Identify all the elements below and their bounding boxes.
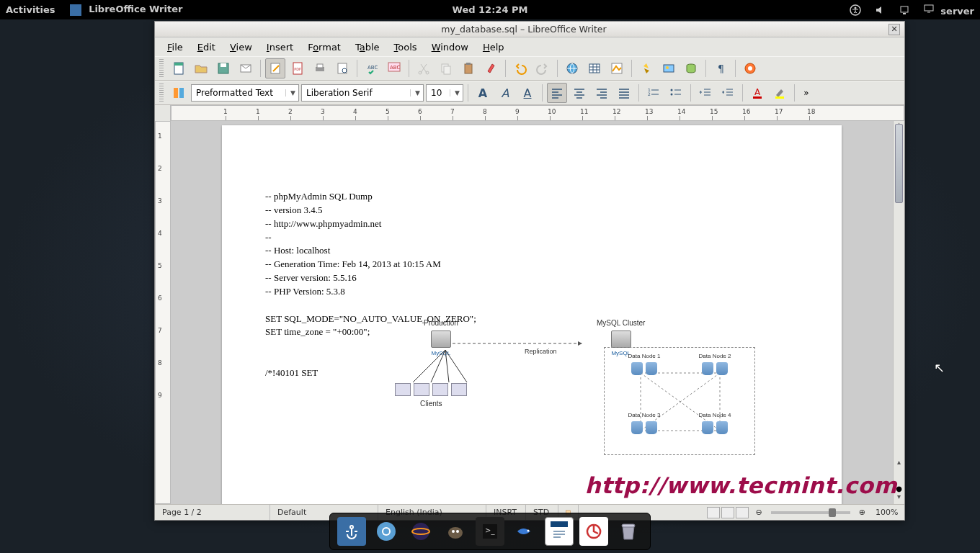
new-doc-button[interactable] [169, 58, 189, 78]
active-app-indicator[interactable]: LibreOffice Writer [70, 4, 183, 16]
menu-table[interactable]: Table [349, 40, 386, 55]
zoom-value[interactable]: 100% [868, 505, 904, 520]
toolbar-grip[interactable] [159, 59, 164, 78]
doc-line[interactable]: -- Host: localhost [265, 244, 798, 258]
doc-line[interactable] [265, 299, 798, 313]
increase-indent-button[interactable] [718, 83, 738, 103]
doc-line[interactable]: -- version 3.4.5 [265, 204, 798, 217]
underline-button[interactable]: A [517, 83, 538, 103]
format-paintbrush-button[interactable] [481, 58, 501, 78]
dock-trash[interactable] [614, 517, 643, 546]
svg-point-40 [671, 94, 673, 96]
dock-eclipse[interactable] [406, 517, 435, 546]
menu-help[interactable]: Help [476, 40, 511, 55]
paragraph-style-combo[interactable]: Preformatted Text▼ [191, 84, 299, 102]
book-view[interactable] [736, 507, 749, 518]
dock-chromium[interactable] [372, 517, 401, 546]
vertical-ruler[interactable]: 1123456789 [155, 121, 171, 504]
styles-button[interactable] [169, 83, 189, 103]
dock-evince[interactable] [579, 517, 608, 546]
volume-icon[interactable] [874, 4, 886, 16]
doc-line[interactable]: -- PHP Version: 5.3.8 [265, 285, 798, 299]
align-justify-button[interactable] [614, 83, 634, 103]
copy-button[interactable] [436, 58, 456, 78]
doc-line[interactable]: -- phpMyAdmin SQL Dump [265, 190, 798, 204]
help-button[interactable] [740, 58, 760, 78]
align-left-button[interactable] [547, 83, 567, 103]
menu-view[interactable]: View [223, 40, 259, 55]
spellcheck-button[interactable]: ABC [362, 58, 382, 78]
bullet-list-button[interactable] [666, 83, 686, 103]
menu-window[interactable]: Window [425, 40, 475, 55]
email-button[interactable] [236, 58, 256, 78]
open-button[interactable] [191, 58, 211, 78]
navigator-button[interactable] [636, 58, 656, 78]
clock[interactable]: Wed 12:24 PM [453, 4, 528, 15]
network-icon[interactable] [899, 4, 910, 16]
export-pdf-button[interactable]: PDF [288, 58, 308, 78]
data-sources-button[interactable] [681, 58, 701, 78]
page[interactable]: -- phpMyAdmin SQL Dump-- version 3.4.5--… [222, 125, 842, 504]
status-page[interactable]: Page 1 / 2 [155, 505, 270, 520]
zoom-slider[interactable] [771, 511, 850, 514]
zoom-in-button[interactable]: ⊕ [856, 505, 868, 520]
single-page-view[interactable] [707, 507, 720, 518]
scroll-thumb[interactable] [895, 124, 903, 203]
close-button[interactable]: ✕ [888, 24, 900, 35]
doc-line[interactable]: -- [265, 231, 798, 245]
menu-edit[interactable]: Edit [191, 40, 222, 55]
save-button[interactable] [213, 58, 233, 78]
nonprinting-chars-button[interactable]: ¶ [710, 58, 731, 78]
dock-writer[interactable] [545, 517, 574, 546]
decrease-indent-button[interactable] [695, 83, 716, 103]
prev-page-button[interactable]: ▴ [894, 458, 904, 469]
zoom-knob[interactable] [829, 508, 836, 517]
zoom-out-button[interactable]: ⊖ [753, 505, 765, 520]
horizontal-ruler[interactable]: 1123456789101112131415161718 [171, 105, 904, 121]
svg-point-1 [854, 6, 856, 9]
menu-tools[interactable]: Tools [388, 40, 424, 55]
dock-anchor[interactable] [337, 517, 366, 546]
print-button[interactable] [310, 58, 330, 78]
formatting-toolbar: Preformatted Text▼ Liberation Serif▼ 10▼… [155, 81, 904, 105]
numbered-list-button[interactable]: 12 [643, 83, 664, 103]
show-draw-button[interactable] [607, 58, 627, 78]
menu-file[interactable]: File [161, 40, 190, 55]
multi-page-view[interactable] [721, 507, 734, 518]
titlebar[interactable]: my_database.sql – LibreOffice Writer ✕ [155, 22, 904, 37]
cut-button[interactable] [414, 58, 434, 78]
more-button[interactable]: » [799, 83, 814, 103]
undo-button[interactable] [510, 58, 530, 78]
dock-terminal[interactable]: >_ [476, 517, 504, 546]
align-center-button[interactable] [569, 83, 589, 103]
vertical-scrollbar[interactable]: ▲ ▴ ● ▾ [893, 121, 904, 504]
italic-button[interactable]: A [495, 83, 515, 103]
doc-line[interactable]: -- http://www.phpmyadmin.net [265, 217, 798, 231]
highlight-button[interactable] [770, 83, 790, 103]
align-right-button[interactable] [592, 83, 612, 103]
user-menu[interactable]: server [923, 3, 974, 17]
table-button[interactable] [584, 58, 605, 78]
menu-insert[interactable]: Insert [260, 40, 300, 55]
font-size-combo[interactable]: 10▼ [426, 84, 463, 102]
toolbar-grip[interactable] [159, 84, 164, 102]
redo-button[interactable] [533, 58, 553, 78]
doc-line[interactable]: -- Generation Time: Feb 14, 2013 at 10:1… [265, 258, 798, 271]
document-pane[interactable]: -- phpMyAdmin SQL Dump-- version 3.4.5--… [171, 121, 893, 504]
doc-line[interactable]: -- Server version: 5.5.16 [265, 271, 798, 285]
paste-button[interactable] [458, 58, 478, 78]
activities-button[interactable]: Activities [6, 4, 55, 15]
autospell-button[interactable]: ABC [384, 58, 404, 78]
font-name-combo[interactable]: Liberation Serif▼ [301, 84, 424, 102]
hyperlink-button[interactable] [562, 58, 582, 78]
edit-mode-button[interactable] [265, 58, 285, 78]
font-color-button[interactable]: A [747, 83, 767, 103]
gallery-button[interactable] [659, 58, 679, 78]
standard-toolbar: PDF ABC ABC ¶ [155, 56, 904, 81]
print-preview-button[interactable] [332, 58, 352, 78]
bold-button[interactable]: A [473, 83, 493, 103]
dock-bluefish[interactable] [510, 517, 539, 546]
menu-format[interactable]: Format [301, 40, 347, 55]
accessibility-icon[interactable] [850, 4, 861, 16]
dock-gimp[interactable] [441, 517, 470, 546]
